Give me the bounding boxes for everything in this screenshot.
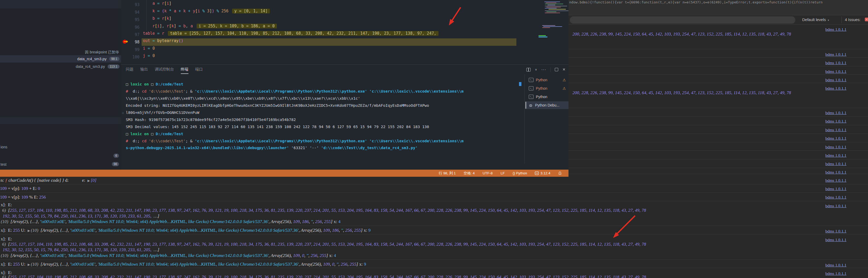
- eol-setting[interactable]: LF: [501, 171, 505, 175]
- code-line-98: out = bytearray(): [143, 38, 516, 46]
- terminal-item-python-debug[interactable]: Python Debu...: [525, 101, 568, 109]
- console-source-link[interactable]: bdms 1.0.1.1: [825, 145, 846, 149]
- console-log-plus: 109 = v[p]: 109 + E: 0: [0, 186, 40, 191]
- tab-problems[interactable]: 问题: [126, 67, 133, 74]
- console-source-link[interactable]: bdms 1.0.1.1: [825, 229, 846, 234]
- notifications-bell[interactable]: [558, 172, 562, 175]
- console-log-charcodeat: n: ƒ charCodeAt() { [native code] } d: e…: [1, 178, 96, 183]
- line-number[interactable]: 97: [121, 31, 140, 38]
- breakpoint-item-label[interactable]: test: [1, 162, 7, 167]
- breakpoint-line-badge: 98: [112, 162, 119, 166]
- more-actions-icon[interactable]: ···: [541, 67, 547, 72]
- console-source-link[interactable]: bdms 1.0.1.1: [825, 271, 846, 276]
- terminal-item-python[interactable]: >_ Python: [525, 93, 568, 101]
- console-array-256-wrap: 192, 30, 52, 155, 50, 15, 79, 84, 250, 1…: [3, 214, 159, 219]
- frame-location-badge: 98:1: [109, 57, 120, 61]
- minimap[interactable]: [537, 0, 568, 39]
- line-number[interactable]: 93: [121, 1, 140, 8]
- warning-icon: ⚠: [562, 78, 566, 82]
- console-filter-input[interactable]: [570, 16, 795, 24]
- terminal-icon: >_: [529, 78, 533, 82]
- line-number[interactable]: 96: [121, 24, 140, 31]
- line-number[interactable]: 95: [121, 16, 140, 24]
- console-array-tail: 200, 228, 226, 238, 99, 145, 224, 150, 6…: [572, 32, 791, 37]
- status-bar: 行 98, 列 1 空格: 4 UTF-8 LF {} Python 3.12.…: [0, 170, 568, 177]
- chevron-down-icon[interactable]: ∨: [535, 68, 537, 71]
- console-source-link[interactable]: bdms 1.0.1.1: [825, 178, 846, 183]
- console-log-head: x]: E:: [1, 202, 12, 208]
- language-mode[interactable]: {} Python: [513, 171, 527, 175]
- python-env-icon: [535, 172, 539, 175]
- tab-ports[interactable]: 端口: [195, 67, 203, 74]
- console-array-tail: 200, 228, 226, 238, 99, 145, 224, 150, 6…: [572, 90, 791, 96]
- callstack-frame[interactable]: data_rc4_sm3.py 98:1: [0, 55, 121, 63]
- encoding-setting[interactable]: UTF-8: [483, 171, 493, 175]
- split-terminal-icon[interactable]: [526, 68, 531, 72]
- console-source-link[interactable]: bdms 1.0.1.1: [825, 263, 846, 268]
- issues-counter[interactable]: 4 Issues:: [845, 18, 861, 22]
- tab-output[interactable]: 输出: [140, 67, 148, 74]
- console-log-expand[interactable]: x]: E: 255 U: ▶ (10) [Array(2), {…}, '\x…: [1, 228, 371, 233]
- terminal-item-python[interactable]: >_ Python ⚠: [525, 84, 568, 92]
- console-source-link[interactable]: bdms 1.0.1.1: [825, 136, 846, 141]
- terminal-output: SM3 Hash: 9198f573675c1b723c878dee9f6cf2…: [126, 117, 523, 122]
- code-editor[interactable]: 93 94 95 96 97 98 99 100 → a = r[i] k = …: [121, 0, 568, 64]
- bell-icon: [558, 172, 562, 175]
- console-source-link[interactable]: bdms 1.0.1.1: [825, 52, 846, 57]
- tab-terminal[interactable]: 终端: [181, 67, 188, 74]
- terminal-command: # d:; cd 'd:\\code\\Test'; & 'c:\\Users\…: [126, 89, 523, 94]
- callstack-frame[interactable]: data_rc4_sm3.py 113:1: [0, 63, 121, 70]
- line-number[interactable]: 94: [121, 9, 140, 16]
- terminal-prompt: □ loxic on □ D:/code/Test: [126, 131, 523, 137]
- console-source-link[interactable]: bdms 1.0.1.1: [825, 61, 846, 65]
- terminal-output: SM3 Decimal values: 145 152 245 115 103 …: [126, 124, 523, 129]
- console-source-link[interactable]: bdms 1.0.1.1: [825, 162, 846, 166]
- console-source-link[interactable]: bdms 1.0.1.1: [825, 238, 846, 242]
- console-source-link[interactable]: bdms 1.0.1.1: [825, 186, 846, 191]
- console-source-link[interactable]: bdms 1.0.1.1: [825, 170, 846, 175]
- warning-icon: ⚠: [562, 86, 566, 91]
- console-array-256: 6) [255, 127, 157, 104, 110, 198, 85, 21…: [2, 275, 646, 278]
- terminal-command: s-python.debugpy-2025.14.1-win32-x64\\bu…: [126, 145, 523, 150]
- issues-error-icon: ×: [865, 18, 868, 21]
- console-log-expand[interactable]: x]: E: 255 U: ▶ (10) [Array(2), {…}, '\x…: [1, 262, 366, 267]
- console-source-link[interactable]: bdms 1.0.1.1: [825, 78, 846, 82]
- console-source-link[interactable]: bdms 1.0.1.1: [825, 27, 846, 32]
- bug-icon: [529, 103, 533, 107]
- console-source-link[interactable]: bdms 1.0.1.1: [825, 204, 846, 208]
- log-level-dropdown[interactable]: Default levels▾: [802, 18, 829, 22]
- line-number[interactable]: 100: [121, 54, 140, 61]
- breakpoints-section-header[interactable]: [0, 117, 121, 125]
- console-source-link[interactable]: bdms 1.0.1.1: [825, 69, 846, 74]
- maximize-panel-icon[interactable]: [555, 68, 558, 71]
- minified-source-line: ndow.bdms){!function(){var t={6696:funct…: [569, 0, 823, 4]
- console-source-link[interactable]: bdms 1.0.1.1: [825, 86, 846, 91]
- console-source-link[interactable]: bdms 1.0.1.1: [825, 195, 846, 200]
- debug-sidebar: 因 breakpoint 已暂停 data_rc4_sm3.py 98:1 da…: [0, 0, 121, 177]
- breakpoint-item-label[interactable]: ions: [1, 145, 7, 149]
- terminal-output: l80G+m5jVhf/rfGVb+DGNHCS1DVenPuW: [126, 110, 523, 115]
- code-line-97: table = rtable = [255, 127, 157, 104, 11…: [143, 31, 516, 38]
- code-line-100: j = 0: [143, 54, 516, 61]
- frame-location-badge: 113:1: [107, 64, 120, 69]
- console-source-link[interactable]: bdms 1.0.1.1: [825, 110, 846, 115]
- console-source-link[interactable]: bdms 1.0.1.1: [825, 128, 846, 132]
- terminal-output: Encoded string: NUIZfGq4UKEMI0yzLIRlKEag…: [126, 103, 523, 108]
- terminal-item-python[interactable]: >_ Python ⚠: [525, 76, 568, 84]
- command-decoration-icon[interactable]: ○: [122, 111, 124, 115]
- console-log-head: x]: E:: [1, 237, 12, 242]
- tab-debug-console[interactable]: 调试控制台: [155, 67, 174, 74]
- close-panel-icon[interactable]: ×: [562, 67, 565, 72]
- line-number[interactable]: 99: [121, 46, 140, 54]
- indentation-setting[interactable]: 空格: 4: [464, 171, 475, 176]
- sidebar-section-header[interactable]: [0, 0, 121, 9]
- inline-debug-hint: table = [255, 127, 157, 104, 110, 198, 8…: [168, 31, 438, 36]
- console-source-link[interactable]: bdms 1.0.1.1: [825, 153, 846, 158]
- cursor-position[interactable]: 行 98, 列 1: [439, 171, 456, 176]
- terminal-list: >_ Python ⚠ >_ Python ⚠ >_ Python Python…: [525, 74, 568, 164]
- console-array-256: 6) [255, 127, 157, 104, 110, 198, 85, 21…: [2, 208, 646, 213]
- inline-debug-hint: y = [0, 1, 14]: [232, 9, 270, 13]
- python-interpreter[interactable]: 3.12.4: [535, 171, 550, 175]
- console-source-link[interactable]: bdms 1.0.1.1: [825, 119, 846, 124]
- code-line-94: k = (k * a + k + y[i % 3]) % 256y = [0, …: [143, 9, 516, 16]
